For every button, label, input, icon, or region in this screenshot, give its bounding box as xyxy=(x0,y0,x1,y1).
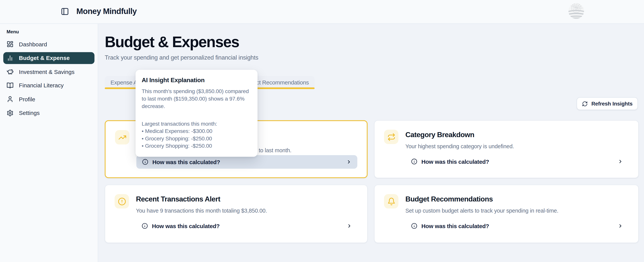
sidebar-item-financial-literacy[interactable]: Financial Literacy xyxy=(3,79,94,91)
book-open-icon xyxy=(6,82,14,89)
how-calculated-label: How was this calculated? xyxy=(422,223,489,229)
how-calculated-label: How was this calculated? xyxy=(152,159,220,165)
info-icon xyxy=(142,223,148,229)
sidebar-item-label: Dashboard xyxy=(19,41,47,47)
refresh-insights-label: Refresh Insights xyxy=(591,101,632,107)
card-title: Budget Recommendations xyxy=(406,195,493,204)
trending-up-icon xyxy=(115,130,130,144)
sidebar-menu-label: Menu xyxy=(6,29,19,34)
info-icon xyxy=(411,223,417,229)
page-title: Budget & Expenses xyxy=(105,34,239,51)
top-header: Money Mindfully xyxy=(0,0,644,24)
chevron-right-icon xyxy=(346,159,352,165)
card-title: Category Breakdown xyxy=(406,130,474,139)
sidebar-item-label: Budget & Expense xyxy=(19,55,70,61)
sidebar-item-investment-savings[interactable]: Investment & Savings xyxy=(3,66,94,78)
user-avatar[interactable] xyxy=(568,3,584,19)
chevron-right-icon xyxy=(618,159,623,164)
sidebar-item-dashboard[interactable]: Dashboard xyxy=(3,38,94,50)
card-recent-transactions-alert: Recent Transactions Alert You have 9 tra… xyxy=(105,185,368,243)
chevron-right-icon xyxy=(347,223,352,229)
sidebar-nav: Dashboard Budget & Expense Investment & … xyxy=(0,38,98,121)
repeat-icon xyxy=(384,130,398,144)
sidebar-toggle-button[interactable] xyxy=(61,7,69,16)
page-subtitle: Track your spending and get personalized… xyxy=(105,54,258,61)
popover-list-item: Medical Expenses: -$300.00 xyxy=(142,128,251,135)
how-calculated-button[interactable]: How was this calculated? xyxy=(406,219,629,233)
gear-icon xyxy=(6,109,14,116)
card-description: You have 9 transactions this month total… xyxy=(136,208,358,214)
sidebar-item-settings[interactable]: Settings xyxy=(3,107,94,119)
card-budget-recommendations: Budget Recommendations Set up custom bud… xyxy=(374,185,639,243)
sidebar-item-label: Settings xyxy=(19,110,40,116)
how-calculated-button[interactable]: How was this calculated? xyxy=(136,219,358,233)
piggy-bank-icon xyxy=(6,68,14,75)
refresh-insights-button[interactable]: Refresh Insights xyxy=(577,97,638,110)
sidebar-item-label: Financial Literacy xyxy=(19,82,64,89)
how-calculated-label: How was this calculated? xyxy=(152,223,220,229)
card-title: Recent Transactions Alert xyxy=(136,195,220,204)
popover-title: AI Insight Explanation xyxy=(142,76,251,83)
app-title: Money Mindfully xyxy=(76,6,137,16)
refresh-icon xyxy=(582,101,588,106)
sidebar-item-label: Profile xyxy=(19,96,35,102)
how-calculated-label: How was this calculated? xyxy=(422,158,489,165)
sidebar-item-profile[interactable]: Profile xyxy=(3,93,94,105)
info-icon xyxy=(142,159,148,165)
popover-paragraph: This month's spending ($3,850.00) compar… xyxy=(142,88,251,110)
sidebar-item-budget-expense[interactable]: Budget & Expense xyxy=(3,52,94,64)
popover-list-item: Grocery Shopping: -$250.00 xyxy=(142,143,251,150)
panel-left-icon xyxy=(61,7,69,16)
how-calculated-button[interactable]: How was this calculated? xyxy=(136,155,357,169)
popover-list-item: Grocery Shopping: -$250.00 xyxy=(142,135,251,143)
card-description: Your highest spending category is undefi… xyxy=(406,143,629,149)
chevron-right-icon xyxy=(618,223,623,229)
popover-list-intro: Largest transactions this month: xyxy=(142,120,251,128)
bell-icon xyxy=(384,194,398,209)
how-calculated-button[interactable]: How was this calculated? xyxy=(406,155,629,168)
card-category-breakdown: Category Breakdown Your highest spending… xyxy=(374,120,639,178)
sidebar-item-label: Investment & Savings xyxy=(19,68,74,75)
bar-chart-icon xyxy=(6,54,14,61)
user-icon xyxy=(6,96,14,102)
app-root: Money Mindfully Menu xyxy=(0,0,644,262)
alert-circle-icon xyxy=(114,194,129,209)
card-description: Set up custom budget alerts to track you… xyxy=(406,208,629,214)
ai-insight-popover: AI Insight Explanation This month's spen… xyxy=(136,70,258,156)
sidebar: Menu Dashboard Budget & Expense Investme… xyxy=(0,23,98,262)
dashboard-icon xyxy=(6,41,14,47)
info-icon xyxy=(411,158,417,165)
